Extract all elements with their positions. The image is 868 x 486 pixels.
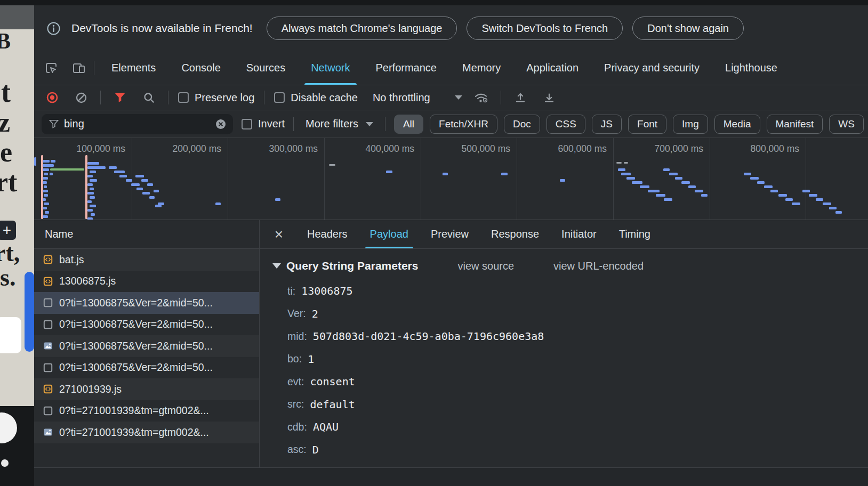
- search-icon[interactable]: [139, 88, 158, 107]
- request-row[interactable]: 0?ti=271001939&tm=gtm002&...: [34, 400, 259, 422]
- filter-chip-img[interactable]: Img: [673, 115, 708, 134]
- tab-sources[interactable]: Sources: [234, 51, 298, 85]
- inspect-element-icon[interactable]: [42, 59, 61, 78]
- tab-memory[interactable]: Memory: [449, 51, 513, 85]
- timeline-label: 300,000 ms: [238, 143, 318, 155]
- page-text-fragment: s.: [0, 265, 15, 290]
- view-url-encoded-link[interactable]: view URL-encoded: [553, 260, 644, 272]
- divider: [168, 91, 168, 104]
- filter-chip-all[interactable]: All: [394, 115, 423, 134]
- filter-chip-media[interactable]: Media: [714, 115, 760, 134]
- name-column-header[interactable]: Name: [34, 220, 259, 249]
- filter-input[interactable]: [64, 118, 208, 130]
- view-source-link[interactable]: view source: [457, 260, 514, 272]
- request-row[interactable]: 13006875.js: [34, 271, 259, 293]
- import-har-icon[interactable]: [511, 88, 530, 107]
- tab-console[interactable]: Console: [168, 51, 233, 85]
- tab-application[interactable]: Application: [513, 51, 591, 85]
- network-conditions-icon[interactable]: [472, 88, 491, 107]
- request-row[interactable]: 0?ti=13006875&Ver=2&mid=50...: [34, 357, 259, 379]
- waterfall-bar: [501, 173, 508, 175]
- waterfall-bar: [87, 162, 99, 165]
- query-string-section-toggle[interactable]: Query String Parameters: [272, 260, 418, 272]
- clear-network-log-icon[interactable]: [71, 88, 91, 107]
- always-match-language-button[interactable]: Always match Chrome's language: [267, 17, 457, 40]
- waterfall-bar: [43, 207, 47, 209]
- page-text-fragment: e: [0, 139, 12, 166]
- waterfall-bar: [43, 164, 54, 167]
- request-row[interactable]: 0?ti=13006875&Ver=2&mid=50...: [34, 335, 259, 357]
- img-file-icon: [43, 427, 53, 438]
- throttling-select[interactable]: No throttling: [373, 92, 462, 104]
- request-row[interactable]: 271001939.js: [34, 378, 259, 400]
- waterfall-bar: [792, 203, 800, 205]
- clear-filter-icon[interactable]: [214, 117, 228, 131]
- network-content: Name bat.js13006875.js0?ti=13006875&Ver=…: [34, 220, 868, 467]
- param-key: src: [287, 398, 304, 410]
- tab-privacy-and-security[interactable]: Privacy and security: [591, 51, 712, 85]
- waterfall-bar: [616, 162, 622, 164]
- request-row[interactable]: 0?ti=13006875&Ver=2&mid=50...: [34, 314, 259, 336]
- doc-file-icon: [43, 406, 53, 416]
- waterfall-bar: [640, 185, 649, 188]
- waterfall-bar: [669, 173, 678, 175]
- param-row: bo1: [287, 348, 868, 371]
- waterfall-bar: [750, 177, 759, 180]
- tab-performance[interactable]: Performance: [363, 51, 450, 85]
- waterfall-bar: [329, 164, 335, 166]
- detail-tab-timing[interactable]: Timing: [608, 220, 662, 248]
- switch-devtools-french-button[interactable]: Switch DevTools to French: [467, 17, 623, 40]
- filter-chip-doc[interactable]: Doc: [504, 115, 540, 134]
- filter-chip-font[interactable]: Font: [628, 115, 666, 134]
- close-icon[interactable]: ×: [267, 223, 291, 246]
- request-row[interactable]: 0?ti=271001939&tm=gtm002&...: [34, 422, 259, 443]
- filter-chip-manifest[interactable]: Manifest: [767, 115, 823, 134]
- waterfall-bar: [663, 168, 670, 171]
- preserve-log-group: Preserve log: [178, 92, 254, 104]
- timeline-gridline: [324, 138, 325, 220]
- param-value: default: [310, 398, 355, 411]
- divider: [100, 91, 101, 104]
- detail-tab-preview[interactable]: Preview: [420, 220, 480, 248]
- param-value: 13006875: [301, 285, 352, 297]
- param-row: ti13006875: [287, 280, 868, 303]
- invert-checkbox[interactable]: [242, 119, 252, 129]
- waterfall-bar: [43, 168, 49, 171]
- detail-tab-headers[interactable]: Headers: [296, 220, 359, 248]
- request-row[interactable]: 0?ti=13006875&Ver=2&mid=50...: [34, 292, 259, 314]
- timeline-overview[interactable]: 100,000 ms200,000 ms300,000 ms400,000 ms…: [34, 138, 868, 220]
- invert-label: Invert: [258, 118, 285, 130]
- throttling-value: No throttling: [373, 92, 430, 104]
- filter-chip-fetch-xhr[interactable]: Fetch/XHR: [430, 115, 497, 134]
- param-value: 2: [312, 307, 318, 320]
- waterfall-bar: [131, 183, 140, 186]
- record-network-log-icon[interactable]: [43, 88, 62, 107]
- param-value: D: [312, 443, 319, 456]
- tab-elements[interactable]: Elements: [99, 51, 168, 85]
- filter-funnel-icon[interactable]: [110, 88, 130, 107]
- preserve-log-checkbox[interactable]: [178, 92, 189, 103]
- disable-cache-checkbox[interactable]: [274, 92, 285, 103]
- waterfall-bar: [149, 196, 155, 199]
- timeline-label: 700,000 ms: [623, 143, 703, 155]
- detail-tab-payload[interactable]: Payload: [359, 220, 420, 248]
- tab-network[interactable]: Network: [298, 51, 363, 85]
- export-har-icon[interactable]: [540, 88, 559, 107]
- query-string-title: Query String Parameters: [286, 260, 418, 272]
- param-row: cdbAQAU: [287, 416, 868, 439]
- detail-tab-initiator[interactable]: Initiator: [550, 220, 608, 248]
- waterfall-bar: [154, 190, 159, 192]
- waterfall-bar: [109, 166, 117, 169]
- filter-chip-js[interactable]: JS: [592, 115, 622, 134]
- device-toolbar-icon[interactable]: [69, 59, 89, 78]
- waterfall-bar: [87, 192, 94, 195]
- request-row[interactable]: bat.js: [34, 249, 259, 271]
- filter-chip-css[interactable]: CSS: [546, 115, 585, 134]
- more-filters-button[interactable]: More filters: [306, 118, 373, 130]
- detail-tab-response[interactable]: Response: [480, 220, 550, 248]
- chevron-down-icon: [366, 122, 373, 126]
- tab-lighthouse[interactable]: Lighthouse: [712, 51, 790, 85]
- js-file-icon: [43, 276, 53, 287]
- filter-chip-ws[interactable]: WS: [829, 115, 864, 134]
- dont-show-again-button[interactable]: Don't show again: [632, 17, 744, 40]
